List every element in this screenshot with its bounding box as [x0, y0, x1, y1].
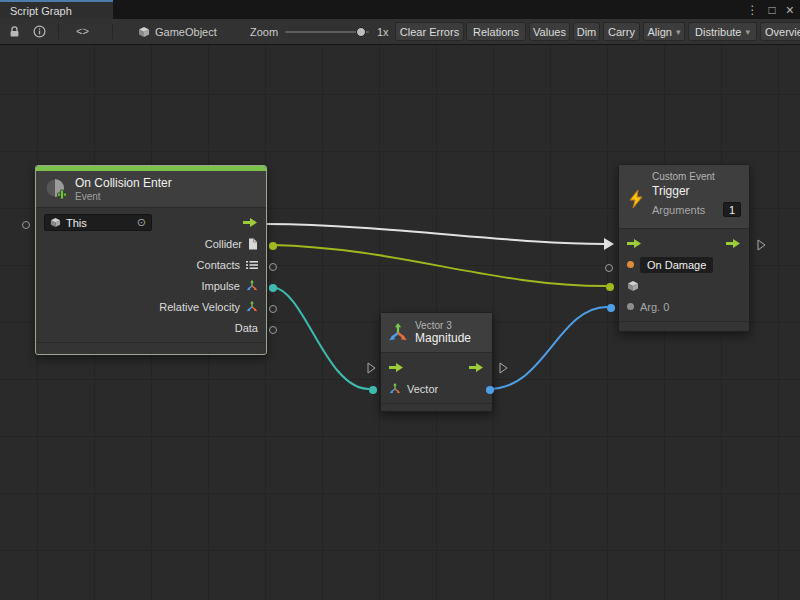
maximize-icon[interactable]: □ [769, 4, 776, 16]
impulse-output-port[interactable] [269, 284, 277, 292]
relative-velocity-output-port[interactable] [269, 305, 277, 313]
gameobject-label: GameObject [155, 26, 217, 38]
graph-canvas[interactable]: On Collision Enter Event Thi [0, 45, 800, 600]
wire-flow-white[interactable] [267, 224, 605, 244]
data-output-port[interactable] [269, 326, 277, 334]
chevron-down-icon: ▾ [745, 27, 750, 37]
button-label: Overview [765, 26, 800, 38]
contacts-output-port[interactable] [269, 263, 277, 271]
dim-button[interactable]: Dim [573, 22, 600, 41]
gameobject-selector[interactable]: GameObject [138, 19, 217, 44]
vector3-axis-icon [388, 323, 408, 343]
button-label: Clear Errors [400, 26, 459, 38]
vector-input-port[interactable] [369, 386, 377, 394]
port-label: Contacts [197, 259, 240, 271]
flow-out-arrow-icon[interactable] [726, 238, 741, 249]
arguments-count-field[interactable]: 1 [723, 202, 741, 217]
chevron-down-icon: ▾ [676, 27, 681, 37]
code-view-icon[interactable]: <> [76, 19, 89, 44]
flow-in-arrow-icon[interactable] [389, 362, 404, 373]
port-row: Impulse [36, 275, 266, 296]
wire-arrowhead [604, 238, 614, 250]
flow-in-arrow-icon[interactable] [627, 238, 642, 249]
node-footer [36, 342, 266, 354]
overview-button[interactable]: Overview [760, 22, 800, 41]
node-body: On Damage Arg. 0 [619, 229, 749, 321]
button-label: Distribute [695, 26, 741, 38]
tab-label: Script Graph [10, 5, 72, 17]
port-row: Collider [36, 233, 266, 254]
flow-out-triangle-port[interactable] [499, 362, 508, 376]
node-title: Magnitude [415, 331, 471, 345]
flow-out-triangle-port[interactable] [757, 239, 766, 253]
vector3-axis-icon [389, 383, 401, 395]
lock-icon[interactable] [8, 19, 21, 44]
flow-out-arrow-icon[interactable] [243, 217, 258, 228]
port-row: Contacts [36, 254, 266, 275]
button-label: Align [648, 26, 672, 38]
info-icon[interactable] [33, 19, 46, 44]
arguments-label: Arguments [652, 204, 705, 216]
wire-magnitude-blue[interactable] [489, 307, 607, 389]
carry-button[interactable]: Carry [603, 22, 640, 41]
node-header: On Collision Enter Event [36, 171, 266, 208]
node-vector3-magnitude[interactable]: Vector 3 Magnitude [380, 312, 493, 412]
gameobject-cube-icon [50, 217, 61, 228]
node-on-collision-enter[interactable]: On Collision Enter Event Thi [35, 165, 267, 355]
collider-file-icon [248, 238, 258, 250]
wire-collider-green[interactable] [272, 245, 606, 286]
node-body: Vector [381, 353, 492, 403]
port-row [381, 357, 492, 378]
port-row [619, 233, 749, 254]
node-body: This ⊙ Collider [36, 208, 266, 342]
node-title: Trigger [652, 184, 741, 198]
node-custom-event-trigger[interactable]: Custom Event Trigger Arguments 1 [618, 164, 750, 332]
collider-output-port[interactable] [269, 242, 277, 250]
port-row [619, 275, 749, 296]
event-name-input-port[interactable] [605, 264, 613, 272]
zoom-slider-handle[interactable] [356, 27, 366, 37]
arg0-label: Arg. 0 [640, 301, 669, 313]
close-icon[interactable]: × [786, 3, 794, 17]
tab-script-graph[interactable]: Script Graph [0, 0, 113, 19]
port-row: Arg. 0 [619, 296, 749, 317]
object-picker-icon[interactable]: ⊙ [137, 217, 146, 228]
target-input-port[interactable] [606, 283, 614, 291]
values-button[interactable]: Values [529, 22, 570, 41]
port-row: Data [36, 317, 266, 338]
graph-toolbar: <> GameObject Zoom 1x Clear Errors Relat… [0, 19, 800, 45]
button-label: Dim [577, 26, 597, 38]
zoom-label: Zoom [250, 19, 278, 44]
flow-in-triangle-port[interactable] [367, 362, 376, 376]
arg0-port-dot[interactable] [627, 303, 634, 310]
button-label: Carry [608, 26, 635, 38]
event-name-field[interactable]: On Damage [640, 257, 713, 273]
flow-out-arrow-icon[interactable] [469, 362, 484, 373]
node-subtitle: Event [75, 191, 172, 202]
distribute-dropdown[interactable]: Distribute ▾ [688, 22, 757, 41]
port-label: Impulse [201, 280, 240, 292]
lightning-bolt-icon [627, 174, 645, 224]
string-port-dot[interactable] [627, 261, 634, 268]
button-label: Relations [473, 26, 519, 38]
align-dropdown[interactable]: Align ▾ [643, 22, 685, 41]
toolbar-separator [112, 24, 113, 39]
port-label: Vector [407, 383, 438, 395]
node-kind-label: Custom Event [652, 171, 741, 182]
unity-script-graph-window: Script Graph ⋮ □ × <> [0, 0, 800, 600]
node-header: Vector 3 Magnitude [381, 313, 492, 353]
port-row: Relative Velocity [36, 296, 266, 317]
button-label: Values [533, 26, 566, 38]
arguments-row: Arguments 1 [652, 202, 741, 217]
magnitude-output-port[interactable] [486, 386, 494, 394]
relations-button[interactable]: Relations [466, 22, 526, 41]
arg0-input-port[interactable] [607, 304, 615, 312]
wire-impulse-teal[interactable] [272, 287, 369, 389]
node-type-label: Vector 3 [415, 320, 471, 331]
this-object-field[interactable]: This ⊙ [44, 214, 152, 231]
this-input-port[interactable] [22, 221, 30, 229]
panel-menu-icon[interactable]: ⋮ [747, 4, 759, 16]
port-label: Collider [205, 238, 242, 250]
node-title: On Collision Enter [75, 176, 172, 190]
clear-errors-button[interactable]: Clear Errors [395, 22, 464, 41]
